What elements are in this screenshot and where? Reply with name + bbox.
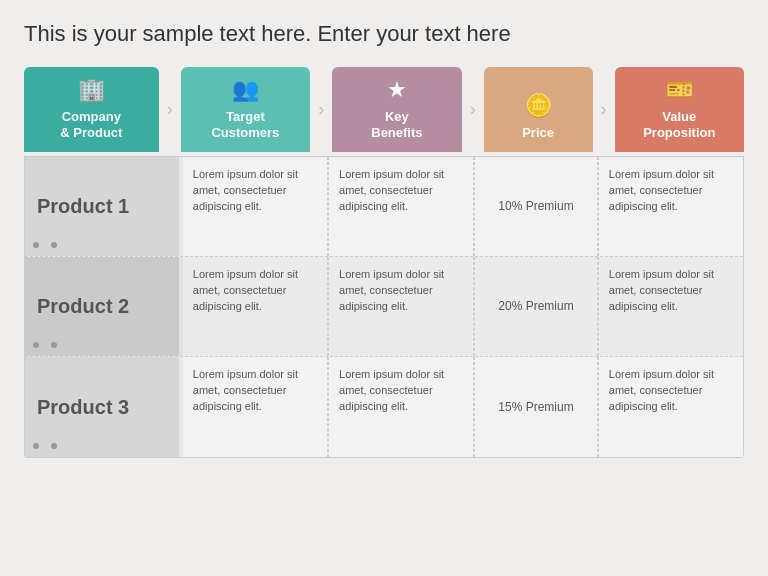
product-2-customers: Lorem ipsum dolor sit amet, consectetuer… [183,257,328,356]
product-1-price: 10% Premium [474,157,598,256]
product-1-customers: Lorem ipsum dolor sit amet, consectetuer… [183,157,328,256]
arrow-1: › [163,67,177,153]
value-icon: 🎫 [666,77,693,103]
header-benefits: ★ KeyBenefits [332,67,462,153]
dot [33,242,39,248]
dot [51,242,57,248]
header-value: 🎫 ValueProposition [615,67,744,153]
customers-icon: 👥 [232,77,259,103]
header-value-label: ValueProposition [643,109,715,143]
page-title: This is your sample text here. Enter you… [24,20,744,49]
data-grid: Product 1 Lorem ipsum dolor sit amet, co… [24,156,744,458]
product-1-name: Product 1 [37,195,129,218]
company-icon: 🏢 [78,77,105,103]
arrow-3: › [466,67,480,153]
dot [33,443,39,449]
dot [51,443,57,449]
product-2-benefits: Lorem ipsum dolor sit amet, consectetuer… [328,257,474,356]
dot [51,342,57,348]
header-customers: 👥 TargetCustomers [181,67,311,153]
price-icon: 🪙 [525,93,552,119]
product-3-value: Lorem ipsum dolor sit amet, consectetuer… [598,357,743,457]
product-3-benefits: Lorem ipsum dolor sit amet, consectetuer… [328,357,474,457]
header-row: 🏢 Company& Product › 👥 TargetCustomers ›… [24,67,744,153]
product-2-name: Product 2 [37,295,129,318]
dot [33,342,39,348]
header-price-label: Price [522,125,554,142]
arrow-4: › [597,67,611,153]
product-2-price: 20% Premium [474,257,598,356]
product-1-label-cell: Product 1 [25,157,179,256]
product-2-label-cell: Product 2 [25,257,179,356]
arrow-2: › [314,67,328,153]
table-row: Product 1 Lorem ipsum dolor sit amet, co… [25,157,743,257]
product-3-price: 15% Premium [474,357,598,457]
product-1-value: Lorem ipsum dolor sit amet, consectetuer… [598,157,743,256]
product-2-value: Lorem ipsum dolor sit amet, consectetuer… [598,257,743,356]
table-row: Product 2 Lorem ipsum dolor sit amet, co… [25,257,743,357]
header-company: 🏢 Company& Product [24,67,159,153]
product-3-customers: Lorem ipsum dolor sit amet, consectetuer… [183,357,328,457]
main-container: This is your sample text here. Enter you… [0,0,768,576]
table-row: Product 3 Lorem ipsum dolor sit amet, co… [25,357,743,457]
header-benefits-label: KeyBenefits [371,109,422,143]
product-1-benefits: Lorem ipsum dolor sit amet, consectetuer… [328,157,474,256]
header-company-label: Company& Product [60,109,122,143]
benefits-icon: ★ [387,77,407,103]
product-3-name: Product 3 [37,396,129,419]
header-price: 🪙 Price [484,67,593,153]
product-3-label-cell: Product 3 [25,357,179,457]
header-customers-label: TargetCustomers [211,109,279,143]
